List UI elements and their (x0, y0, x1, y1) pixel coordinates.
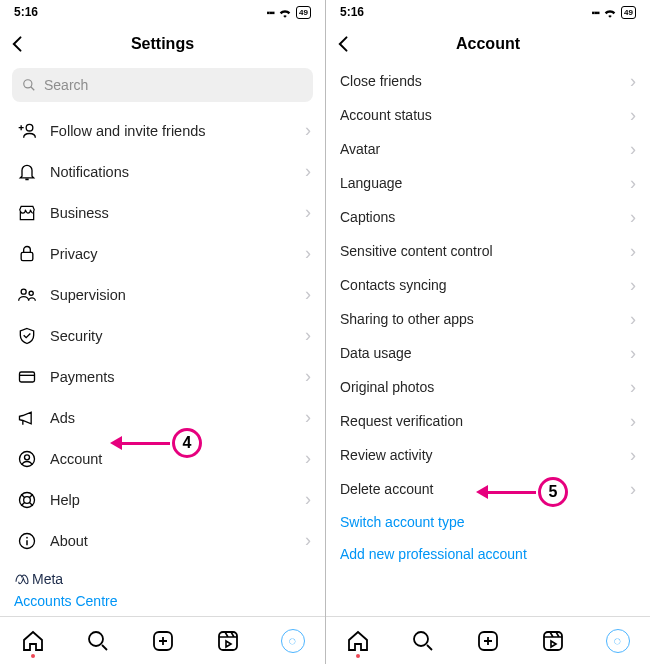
tab-search[interactable] (85, 628, 111, 654)
header: Account (326, 24, 650, 64)
chevron-right-icon: › (630, 71, 636, 92)
svg-point-11 (24, 496, 31, 503)
status-icons: ▪▪▪ 49 (266, 6, 311, 19)
row-label: Notifications (50, 164, 311, 180)
svg-line-1 (31, 87, 35, 91)
tab-reels[interactable] (540, 628, 566, 654)
settings-list: Follow and invite friends › Notification… (0, 110, 325, 616)
chevron-right-icon: › (630, 377, 636, 398)
row-security[interactable]: Security › (0, 315, 325, 356)
search-input[interactable]: Search (12, 68, 313, 102)
row-sensitive-content[interactable]: Sensitive content control› (326, 234, 650, 268)
chevron-right-icon: › (305, 161, 311, 182)
tab-profile[interactable]: ◯ (280, 628, 306, 654)
tab-search[interactable] (410, 628, 436, 654)
meta-logo-icon (14, 571, 30, 587)
status-bar: 5:16 ▪▪▪ 49 (326, 0, 650, 24)
search-placeholder: Search (44, 77, 88, 93)
row-language[interactable]: Language› (326, 166, 650, 200)
back-button[interactable] (334, 34, 354, 54)
bell-icon (14, 162, 40, 182)
row-label: Ads (50, 410, 311, 426)
row-label: Help (50, 492, 311, 508)
row-notifications[interactable]: Notifications › (0, 151, 325, 192)
row-business[interactable]: Business › (0, 192, 325, 233)
megaphone-icon (14, 408, 40, 428)
row-about[interactable]: About › (0, 520, 325, 561)
row-payments[interactable]: Payments › (0, 356, 325, 397)
storefront-icon (14, 203, 40, 223)
accounts-centre-link[interactable]: Accounts Centre (14, 593, 311, 609)
row-help[interactable]: Help › (0, 479, 325, 520)
svg-point-4 (21, 289, 26, 294)
svg-rect-22 (544, 632, 562, 650)
chevron-right-icon: › (305, 284, 311, 305)
status-time: 5:16 (340, 5, 364, 19)
svg-point-13 (26, 536, 28, 538)
meta-brand: Meta (14, 571, 311, 587)
chevron-right-icon: › (630, 275, 636, 296)
notification-dot (356, 654, 360, 658)
row-label: Account (50, 451, 311, 467)
row-data-usage[interactable]: Data usage› (326, 336, 650, 370)
svg-line-20 (427, 645, 432, 650)
notification-dot (31, 654, 35, 658)
chevron-right-icon: › (630, 479, 636, 500)
row-request-verification[interactable]: Request verification› (326, 404, 650, 438)
row-label: Privacy (50, 246, 311, 262)
row-sharing-apps[interactable]: Sharing to other apps› (326, 302, 650, 336)
header-title: Settings (0, 35, 325, 53)
svg-rect-6 (20, 372, 35, 382)
switch-account-type-link[interactable]: Switch account type (326, 506, 650, 538)
svg-line-16 (102, 645, 107, 650)
row-account[interactable]: Account › (0, 438, 325, 479)
row-follow[interactable]: Follow and invite friends › (0, 110, 325, 151)
row-captions[interactable]: Captions› (326, 200, 650, 234)
row-supervision[interactable]: Supervision › (0, 274, 325, 315)
row-avatar[interactable]: Avatar› (326, 132, 650, 166)
chevron-right-icon: › (630, 309, 636, 330)
tab-home[interactable] (20, 628, 46, 654)
row-account-status[interactable]: Account status› (326, 98, 650, 132)
profile-avatar-icon: ◯ (606, 629, 630, 653)
tab-create[interactable] (475, 628, 501, 654)
chevron-right-icon: › (305, 489, 311, 510)
add-professional-account-link[interactable]: Add new professional account (326, 538, 650, 570)
battery-icon: 49 (621, 6, 636, 19)
row-contacts-syncing[interactable]: Contacts syncing› (326, 268, 650, 302)
row-label: About (50, 533, 311, 549)
reels-icon (541, 629, 565, 653)
row-close-friends[interactable]: Close friends› (326, 64, 650, 98)
chevron-right-icon: › (630, 105, 636, 126)
status-bar: 5:16 ▪▪▪ 49 (0, 0, 325, 24)
header: Settings (0, 24, 325, 64)
tab-profile[interactable]: ◯ (605, 628, 631, 654)
svg-point-15 (89, 632, 103, 646)
header-title: Account (326, 35, 650, 53)
tab-create[interactable] (150, 628, 176, 654)
svg-point-5 (29, 291, 33, 295)
row-privacy[interactable]: Privacy › (0, 233, 325, 274)
chevron-right-icon: › (305, 202, 311, 223)
tab-home[interactable] (345, 628, 371, 654)
back-button[interactable] (8, 34, 28, 54)
chevron-left-icon (8, 34, 28, 54)
search-icon (22, 78, 36, 92)
search-icon (86, 629, 110, 653)
row-ads[interactable]: Ads › (0, 397, 325, 438)
plus-square-icon (476, 629, 500, 653)
tab-reels[interactable] (215, 628, 241, 654)
chevron-right-icon: › (630, 343, 636, 364)
row-delete-account[interactable]: Delete account› (326, 472, 650, 506)
svg-point-19 (414, 632, 428, 646)
row-review-activity[interactable]: Review activity› (326, 438, 650, 472)
cellular-icon: ▪▪▪ (266, 7, 274, 18)
chevron-right-icon: › (630, 139, 636, 160)
chevron-right-icon: › (305, 243, 311, 264)
chevron-right-icon: › (630, 411, 636, 432)
settings-screen: 5:16 ▪▪▪ 49 Settings Search Follow and i… (0, 0, 325, 664)
reels-icon (216, 629, 240, 653)
row-original-photos[interactable]: Original photos› (326, 370, 650, 404)
lifebuoy-icon (14, 490, 40, 510)
chevron-right-icon: › (630, 241, 636, 262)
